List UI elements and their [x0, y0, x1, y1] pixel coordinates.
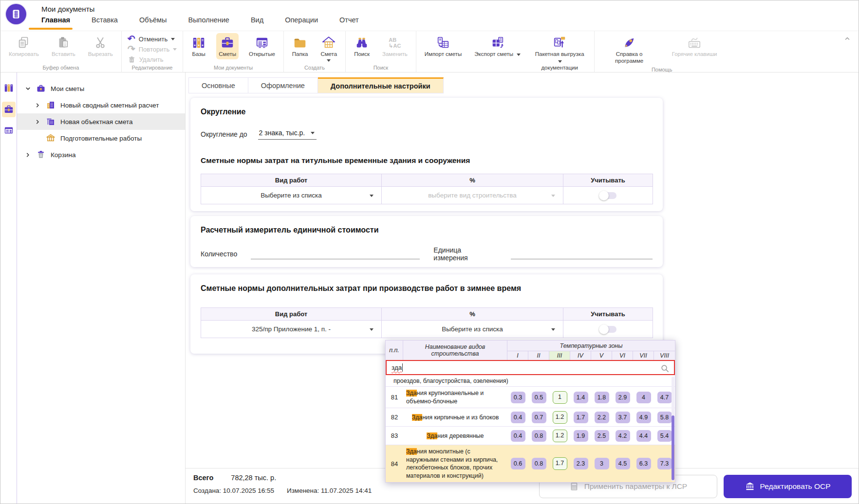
rounding-select[interactable]: 2 знака, тыс.р. — [258, 129, 317, 140]
tree-item-object-estimate[interactable]: Новая объектная смета — [17, 113, 185, 130]
construction-type-name: Здания монолитные (с наружными стенами и… — [403, 445, 507, 482]
folder-button[interactable]: Папка — [290, 33, 311, 59]
consider-toggle[interactable] — [600, 192, 616, 199]
zone-value-chip: 4.2 — [616, 430, 630, 442]
menu-tab-operacii[interactable]: Операции — [285, 16, 318, 24]
delete-button[interactable]: Удалить — [128, 55, 177, 64]
row-number: 81 — [386, 394, 403, 401]
replace-button[interactable]: AB↳AC Заменить — [380, 33, 410, 59]
scrollbar-thumb[interactable] — [672, 415, 674, 480]
rounding-label: Округление до — [201, 130, 247, 138]
menu-tab-vypolnenie[interactable]: Выполнение — [188, 16, 229, 24]
winter-work-type-select[interactable]: 325/пр Приложение 1, п. - — [201, 321, 382, 338]
chevron-down-icon[interactable] — [171, 38, 175, 40]
menu-tab-obyomy[interactable]: Объёмы — [139, 16, 167, 24]
total-label: Всего — [193, 474, 213, 482]
rail-bases-icon[interactable] — [2, 80, 16, 96]
cut-button[interactable]: Вырезать — [86, 33, 115, 59]
tree-item-preparatory-works[interactable]: Подготовительные работы — [17, 130, 185, 146]
edit-osr-button[interactable]: Редактировать ОСР — [724, 475, 852, 498]
percent-select[interactable]: выберите вид строительства — [382, 187, 563, 204]
tree-item-my-estimates[interactable]: Мои сметы — [17, 80, 185, 97]
binoculars-icon — [355, 35, 369, 51]
group-label: Поиск — [352, 64, 410, 72]
winter-consider-toggle[interactable] — [600, 326, 616, 333]
left-icon-rail — [0, 72, 17, 504]
import-estimate-button[interactable]: Импорт сметы — [422, 33, 465, 59]
chevron-right-icon[interactable] — [34, 101, 41, 109]
work-type-select[interactable]: Выберите из списка — [201, 187, 382, 204]
tree-item-trash[interactable]: Корзина — [17, 146, 185, 163]
estimate-create-button[interactable]: Смета — [318, 33, 339, 63]
tab-osnovnye[interactable]: Основные — [188, 77, 248, 93]
zone-value-chip: 1 — [553, 391, 567, 404]
redo-button[interactable]: ↷ Повторить — [128, 45, 177, 53]
tab-dopolnitelnye-nastroyki[interactable]: Дополнительные настройки — [318, 77, 444, 93]
tab-oformlenie[interactable]: Оформление — [248, 77, 318, 93]
search-match-highlight: Зда — [427, 432, 437, 439]
winter-title: Сметные нормы дополнительных затрат при … — [201, 284, 653, 293]
chevron-down-icon[interactable] — [517, 54, 521, 56]
menu-tab-otchet[interactable]: Отчет — [339, 16, 359, 24]
zone-table-row[interactable]: 82Здания кирпичные и из блоков0.40.71.21… — [386, 408, 675, 426]
temperature-zones-popup: п.п. Наименование видов строительства Те… — [385, 340, 675, 483]
chevron-down-icon[interactable] — [558, 60, 562, 63]
rounding-title: Округление — [201, 108, 653, 116]
hotkeys-button[interactable]: Горячие клавиши — [666, 33, 723, 59]
zone-table-row[interactable]: 83Здания деревянные0.40.81.21.92.54.24.4… — [386, 426, 675, 445]
search-button[interactable]: Поиск — [352, 33, 372, 59]
opened-documents-icon — [255, 35, 269, 51]
redo-icon: ↷ — [128, 45, 135, 53]
menu-tab-glavnaya[interactable]: Главная — [41, 16, 70, 24]
zone-table-row[interactable]: 81Здания крупнопанельные и объемно-блочн… — [386, 386, 675, 408]
popup-scrollbar — [672, 377, 674, 481]
modified-timestamp: Изменена: 11.07.2025 14:41 — [287, 487, 372, 494]
batch-export-button[interactable]: Пакетная выгрузка документации — [531, 33, 588, 72]
opened-button[interactable]: Открытые — [246, 33, 278, 59]
search-match-highlight: Зда — [406, 448, 417, 455]
calculator-icon — [569, 482, 579, 491]
zone-value-chip: 0.7 — [532, 412, 546, 423]
search-match-highlight: Зда — [412, 414, 423, 421]
column-header: % — [382, 308, 563, 321]
quantity-input[interactable] — [251, 249, 420, 259]
group-label: Буфер обмена — [6, 64, 115, 72]
total-value: 782,28 тыс. р. — [231, 474, 276, 482]
export-estimate-button[interactable]: Экспорт сметы — [472, 33, 523, 59]
estimates-button[interactable]: Сметы — [216, 33, 239, 59]
zone-value-chip: 2.9 — [616, 392, 630, 403]
search-match-highlight: Зда — [406, 390, 417, 396]
unit-input[interactable] — [511, 249, 653, 259]
chevron-down-icon[interactable] — [173, 48, 177, 51]
column-header: Вид работ — [201, 174, 382, 187]
chevron-down-icon — [370, 328, 373, 331]
zone-value-chip: 4.9 — [636, 412, 651, 423]
zone-value-chip: 1.8 — [595, 392, 609, 403]
copy-icon — [17, 35, 31, 51]
building-columns-icon — [745, 482, 755, 491]
winter-percent-select[interactable]: Выберите из списка — [382, 321, 563, 338]
app-logo-icon — [6, 4, 26, 24]
chevron-down-icon[interactable] — [327, 59, 331, 62]
zones-search-input[interactable]: зда — [386, 360, 675, 375]
menu-tab-vid[interactable]: Вид — [251, 16, 263, 24]
paste-button[interactable]: Вставить — [49, 33, 78, 59]
rail-opened-icon[interactable] — [2, 123, 16, 139]
copy-button[interactable]: Копировать — [6, 33, 41, 59]
rail-estimates-icon[interactable] — [2, 102, 16, 117]
tree-item-summary-estimate[interactable]: Новый сводный сметный расчет — [17, 97, 185, 113]
column-header: Учитывать — [563, 308, 653, 321]
chevron-right-icon[interactable] — [24, 151, 32, 159]
construction-type-name: Здания деревянные — [403, 429, 507, 443]
about-button[interactable]: Справка о программе — [600, 33, 658, 66]
group-search: Поиск AB↳AC Заменить Поиск — [346, 31, 416, 72]
collapse-ribbon-icon[interactable] — [844, 35, 851, 42]
briefcase-icon — [36, 83, 46, 94]
column-header: Учитывать — [563, 174, 653, 187]
bases-button[interactable]: Базы — [189, 33, 208, 59]
chevron-down-icon[interactable] — [24, 85, 32, 92]
undo-button[interactable]: ↶ Отменить — [128, 35, 177, 43]
zone-table-row[interactable]: 84Здания монолитные (с наружными стенами… — [386, 445, 675, 482]
chevron-right-icon[interactable] — [34, 118, 41, 126]
menu-tab-vstavka[interactable]: Вставка — [92, 16, 118, 24]
